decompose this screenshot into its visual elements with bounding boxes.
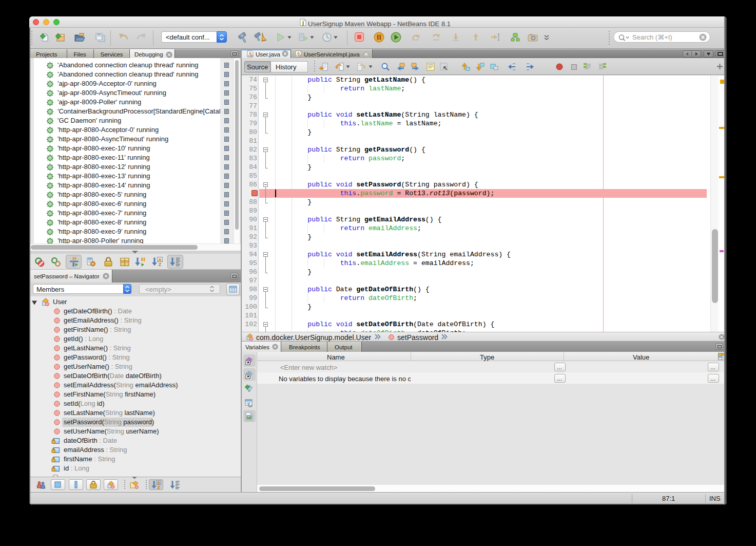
- svg-text:j: j: [302, 20, 304, 26]
- svg-text:Z: Z: [157, 485, 160, 490]
- svg-text:Z: Z: [159, 262, 162, 267]
